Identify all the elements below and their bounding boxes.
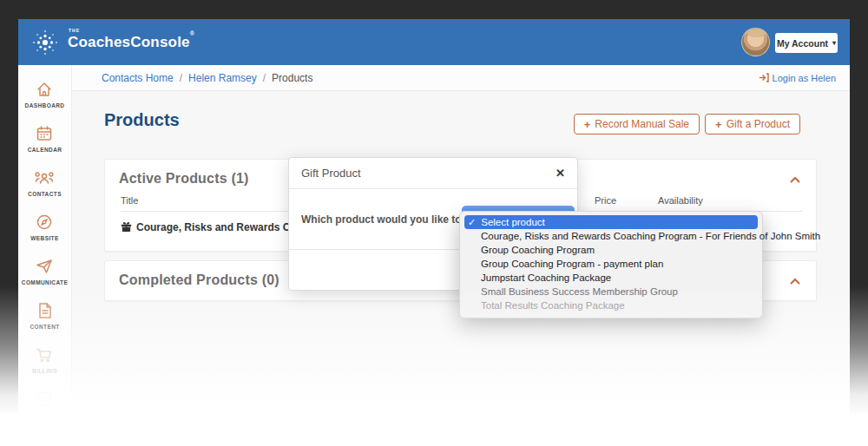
brand-the: THE	[69, 28, 80, 33]
paper-plane-icon	[35, 257, 54, 276]
sidebar-item-contacts[interactable]: CONTACTS	[28, 168, 62, 197]
registered-mark: ®	[190, 30, 194, 36]
my-account-label: My Account	[777, 38, 828, 49]
breadcrumb-separator: /	[263, 72, 266, 84]
gift-a-product-button[interactable]: + Gift a Product	[705, 114, 800, 134]
chevron-down-icon: ▾	[832, 39, 836, 47]
dropdown-option-courage[interactable]: Courage, Risks and Rewards Coaching Prog…	[460, 229, 762, 243]
sidebar-label: CONTACTS	[28, 191, 62, 197]
sidebar-label: DASHBOARD	[25, 102, 65, 108]
plus-icon: +	[584, 118, 591, 131]
sidebar-label: COMMUNICATE	[22, 279, 68, 285]
people-icon	[34, 168, 55, 187]
breadcrumb: Contacts Home / Helen Ramsey / Products	[102, 72, 312, 84]
sidebar-item-reports[interactable]: REPORTS	[30, 390, 59, 418]
chart-icon	[35, 390, 54, 409]
login-as-label: Login as Helen	[773, 73, 836, 83]
sidebar-label: WEBSITE	[30, 235, 58, 241]
sidebar-item-communicate[interactable]: COMMUNICATE	[22, 257, 68, 285]
dropdown-option-total-results[interactable]: Total Results Coaching Package	[460, 298, 762, 312]
sidebar-label: CONTENT	[30, 324, 59, 330]
gift-a-product-label: Gift a Product	[727, 118, 790, 130]
starburst-logo-icon	[30, 27, 61, 58]
active-products-title: Active Products (1)	[119, 171, 249, 187]
collapse-chevron-up-icon[interactable]	[788, 271, 802, 290]
my-account-button[interactable]: My Account ▾	[775, 33, 838, 53]
dropdown-option-group-coaching[interactable]: Group Coaching Program	[460, 243, 762, 257]
sidebar-label: CALENDAR	[28, 147, 62, 153]
breadcrumb-contacts-home[interactable]: Contacts Home	[102, 72, 174, 84]
sidebar-nav: DASHBOARD CALENDAR CONTACTS	[18, 65, 72, 446]
sidebar-label: BILLING	[32, 368, 57, 374]
dropdown-option-small-business[interactable]: Small Business Success Membership Group	[460, 285, 762, 298]
sidebar-item-calendar[interactable]: CALENDAR	[28, 124, 62, 153]
app-window: THECoachesConsole® My Account ▾ Contacts…	[18, 19, 850, 446]
calendar-icon	[35, 124, 54, 143]
page-title: Products	[104, 110, 180, 130]
breadcrumb-products: Products	[272, 72, 312, 84]
top-bar: THECoachesConsole® My Account ▾	[18, 19, 850, 65]
column-price: Price	[595, 195, 658, 206]
login-icon	[759, 73, 769, 82]
page-actions: + Record Manual Sale + Gift a Product	[574, 114, 800, 134]
completed-products-title: Completed Products (0)	[119, 272, 279, 288]
product-select-dropdown: ✓ Select product Courage, Risks and Rewa…	[459, 211, 763, 318]
dropdown-option-select-product[interactable]: ✓ Select product	[464, 215, 758, 229]
close-icon[interactable]: ✕	[556, 167, 565, 180]
dropdown-option-jumpstart[interactable]: Jumpstart Coaching Package	[460, 271, 762, 285]
sidebar-item-billing[interactable]: BILLING	[32, 345, 57, 374]
cart-icon	[35, 345, 54, 364]
document-icon	[36, 301, 54, 320]
sidebar-item-dashboard[interactable]: DASHBOARD	[25, 80, 65, 108]
sidebar-item-website[interactable]: WEBSITE	[30, 213, 58, 241]
login-as-helen-link[interactable]: Login as Helen	[759, 73, 836, 83]
collapse-chevron-up-icon[interactable]	[788, 169, 802, 188]
dropdown-option-group-coaching-payment[interactable]: Group Coaching Program - payment plan	[460, 257, 762, 271]
plus-icon: +	[715, 118, 722, 131]
modal-title: Gift Product	[301, 167, 361, 180]
home-icon	[35, 80, 54, 99]
sidebar-label: REPORTS	[30, 412, 59, 418]
breadcrumb-separator: /	[180, 72, 182, 84]
user-avatar[interactable]	[741, 28, 770, 56]
record-manual-sale-label: Record Manual Sale	[595, 118, 689, 130]
brand-name: THECoachesConsole®	[68, 34, 194, 51]
compass-icon	[35, 213, 54, 232]
breadcrumb-helen-ramsey[interactable]: Helen Ramsey	[188, 72, 257, 84]
column-availability: Availability	[658, 195, 802, 206]
gift-icon	[121, 221, 132, 233]
breadcrumb-bar: Contacts Home / Helen Ramsey / Products …	[72, 65, 850, 91]
checkmark-icon: ✓	[468, 215, 476, 229]
sidebar-item-content[interactable]: CONTENT	[30, 301, 59, 330]
record-manual-sale-button[interactable]: + Record Manual Sale	[574, 114, 700, 134]
brand-logo[interactable]: THECoachesConsole®	[30, 27, 194, 58]
